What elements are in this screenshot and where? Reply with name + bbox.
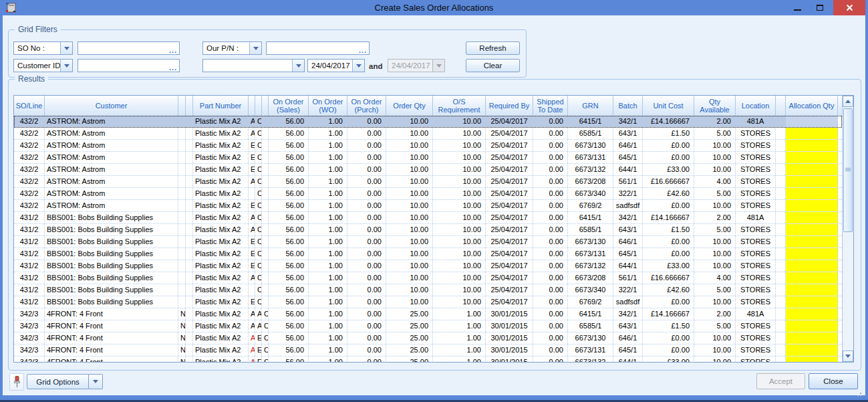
- cell-so_line: 342/3: [14, 308, 45, 320]
- cell-allocation_qty[interactable]: [786, 212, 838, 223]
- cell-qty_available: 4.00: [694, 176, 736, 187]
- so-no-combo[interactable]: SO No :: [13, 41, 73, 55]
- scrollbar-thumb[interactable]: [843, 108, 853, 232]
- cell-allocation_qty[interactable]: [786, 188, 838, 199]
- cell-allocation_qty[interactable]: [786, 200, 838, 211]
- customer-id-combo-arrow[interactable]: [60, 60, 72, 72]
- customer-id-browse-button[interactable]: ...: [168, 60, 178, 71]
- maximize-button[interactable]: [809, 0, 831, 15]
- table-row[interactable]: 431/2BBS001: Bobs Building SuppliesPlast…: [14, 296, 842, 308]
- column-header-shipped_to_date[interactable]: Shipped To Date: [533, 96, 568, 116]
- cell-allocation_qty[interactable]: [786, 272, 838, 284]
- cell-allocation_qty[interactable]: [786, 284, 838, 296]
- column-header-on_order_wo[interactable]: On Order (WO): [309, 96, 347, 116]
- column-header-customer[interactable]: Customer: [45, 96, 178, 116]
- column-header-x1[interactable]: [178, 96, 186, 116]
- date-from-picker[interactable]: 24/04/2017: [307, 59, 365, 72]
- table-row[interactable]: 432/2ASTROM: AstromPlastic Mix A2EC56.00…: [14, 164, 842, 176]
- resize-grip[interactable]: [855, 391, 862, 397]
- cell-allocation_qty[interactable]: [786, 176, 838, 187]
- cell-allocation_qty[interactable]: [786, 248, 838, 260]
- column-header-order_qty[interactable]: Order Qty: [386, 96, 433, 116]
- cell-allocation_qty[interactable]: [786, 260, 838, 272]
- table-row[interactable]: 432/2ASTROM: AstromPlastic Mix A2EC56.00…: [14, 200, 842, 212]
- table-row[interactable]: 342/34FRONT: 4 FrontNPlastic Mix A2AEC56…: [14, 332, 842, 344]
- cell-allocation_qty[interactable]: [786, 236, 838, 247]
- column-header-x4[interactable]: [255, 96, 262, 116]
- cell-allocation_qty[interactable]: [786, 140, 838, 151]
- column-header-so_line[interactable]: SO/Line: [14, 96, 45, 116]
- our-pn-combo-arrow[interactable]: [249, 42, 261, 54]
- close-window-button[interactable]: [833, 0, 865, 15]
- close-button[interactable]: Close: [809, 373, 858, 389]
- table-row[interactable]: 431/2BBS001: Bobs Building SuppliesPlast…: [14, 212, 842, 224]
- table-row[interactable]: 431/2BBS001: Bobs Building SuppliesPlast…: [14, 284, 842, 296]
- cell-allocation_qty[interactable]: [786, 357, 838, 362]
- date-from-arrow[interactable]: [352, 60, 364, 72]
- so-no-input[interactable]: [78, 43, 168, 54]
- cell-so_line: 431/2: [14, 284, 45, 296]
- column-header-location[interactable]: Location: [736, 96, 776, 116]
- cell-allocation_qty[interactable]: [786, 308, 838, 320]
- refresh-button[interactable]: Refresh: [466, 41, 520, 55]
- our-pn-combo[interactable]: Our P/N :: [202, 41, 262, 55]
- so-no-combo-arrow[interactable]: [60, 42, 72, 54]
- cell-allocation_qty[interactable]: [786, 164, 838, 175]
- our-pn-browse-button[interactable]: ...: [357, 43, 368, 54]
- cell-allocation_qty[interactable]: [786, 152, 838, 163]
- table-row[interactable]: 342/34FRONT: 4 FrontNPlastic Mix A2AEC56…: [14, 344, 842, 357]
- column-header-on_order_sales[interactable]: On Order (Sales): [269, 96, 309, 116]
- table-row[interactable]: 342/34FRONT: 4 FrontNPlastic Mix A2AEC56…: [14, 357, 842, 362]
- minimize-button[interactable]: [786, 0, 809, 15]
- cell-allocation_qty[interactable]: [786, 344, 838, 356]
- table-row[interactable]: 432/2ASTROM: AstromPlastic Mix A2AC56.00…: [14, 128, 842, 140]
- table-row[interactable]: 432/2ASTROM: AstromPlastic Mix A2EC56.00…: [14, 140, 842, 152]
- table-row[interactable]: 432/2ASTROM: AstromPlastic Mix A2AC56.00…: [14, 116, 842, 128]
- cell-on_order_sales: 56.00: [269, 188, 309, 199]
- column-header-x2[interactable]: [186, 96, 193, 116]
- cell-allocation_qty[interactable]: [786, 332, 838, 344]
- triangle-up-icon: [845, 100, 851, 103]
- grid-options-dropdown[interactable]: [89, 374, 103, 389]
- table-row[interactable]: 431/2BBS001: Bobs Building SuppliesPlast…: [14, 272, 842, 284]
- column-header-required_by[interactable]: Required By: [486, 96, 533, 116]
- table-row[interactable]: 431/2BBS001: Bobs Building SuppliesPlast…: [14, 236, 842, 248]
- table-row[interactable]: 431/2BBS001: Bobs Building SuppliesPlast…: [14, 248, 842, 260]
- date-field-combo[interactable]: [202, 59, 305, 72]
- cell-allocation_qty[interactable]: [786, 116, 838, 127]
- grid-options-button[interactable]: Grid Options: [27, 374, 89, 389]
- column-header-x3[interactable]: [249, 96, 255, 116]
- scroll-down-button[interactable]: [843, 350, 853, 362]
- column-header-os_requirement[interactable]: O/S Requirement: [433, 96, 486, 116]
- column-header-batch[interactable]: Batch: [613, 96, 643, 116]
- column-header-x5[interactable]: [262, 96, 269, 116]
- table-row[interactable]: 432/2ASTROM: AstromPlastic Mix A2AC56.00…: [14, 176, 842, 188]
- cell-allocation_qty[interactable]: [786, 296, 838, 308]
- table-row[interactable]: 431/2BBS001: Bobs Building SuppliesPlast…: [14, 224, 842, 236]
- table-row[interactable]: 432/2ASTROM: AstromPlastic Mix A2C56.001…: [14, 188, 842, 200]
- column-header-grn[interactable]: GRN: [568, 96, 613, 116]
- our-pn-input[interactable]: [267, 43, 357, 54]
- cell-unit_cost: £33.00: [643, 164, 694, 175]
- customer-id-input[interactable]: [78, 60, 168, 71]
- table-row[interactable]: 342/34FRONT: 4 FrontNPlastic Mix A2AAC56…: [14, 320, 842, 332]
- column-header-qty_available[interactable]: Qty Available: [694, 96, 736, 116]
- customer-id-combo[interactable]: Customer ID :: [13, 59, 73, 72]
- column-header-x6[interactable]: [776, 96, 786, 116]
- pin-button[interactable]: [9, 373, 24, 391]
- column-header-part_number[interactable]: Part Number: [193, 96, 249, 116]
- cell-allocation_qty[interactable]: [786, 224, 838, 235]
- cell-allocation_qty[interactable]: [786, 320, 838, 332]
- cell-allocation_qty[interactable]: [786, 128, 838, 139]
- column-header-unit_cost[interactable]: Unit Cost: [643, 96, 694, 116]
- table-row[interactable]: 431/2BBS001: Bobs Building SuppliesPlast…: [14, 260, 842, 272]
- clear-button[interactable]: Clear: [466, 59, 520, 72]
- column-header-allocation_qty[interactable]: Allocation Qty: [786, 96, 838, 116]
- so-no-browse-button[interactable]: ...: [168, 43, 178, 54]
- scroll-up-button[interactable]: [843, 96, 853, 107]
- vertical-scrollbar[interactable]: [842, 96, 853, 362]
- table-row[interactable]: 432/2ASTROM: AstromPlastic Mix A2EC56.00…: [14, 152, 842, 164]
- column-header-on_order_purch[interactable]: On Order (Purch): [347, 96, 386, 116]
- date-field-combo-arrow[interactable]: [292, 60, 304, 72]
- table-row[interactable]: 342/34FRONT: 4 FrontNPlastic Mix A2AAC56…: [14, 308, 842, 320]
